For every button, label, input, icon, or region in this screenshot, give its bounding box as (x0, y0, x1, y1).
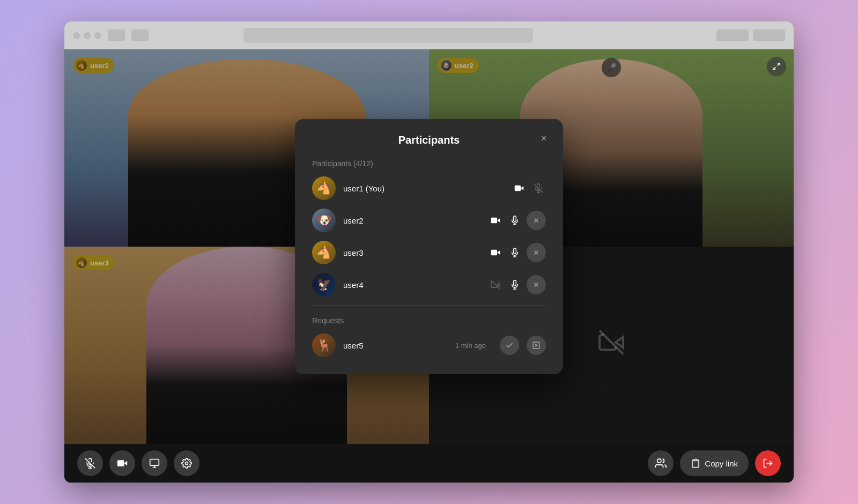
browser-addressbar[interactable] (243, 28, 533, 43)
browser-window: 🐴 user1 🐶 user2 🎤 (64, 21, 794, 483)
participants-modal: × Participants Participants (4/12) 🐴 use… (295, 119, 563, 374)
dot-yellow (84, 32, 91, 39)
request-item-user5: 🦌 user5 1 min ago (312, 333, 546, 357)
participant-item-user1: 🐴 user1 (You) (312, 176, 546, 200)
modal-overlay: × Participants Participants (4/12) 🐴 use… (64, 49, 794, 444)
participant-name-user2: user2 (343, 216, 480, 225)
browser-action-2[interactable] (753, 29, 785, 41)
mic-icon-user3 (507, 245, 522, 260)
screen-share-button[interactable] (142, 450, 167, 476)
bottom-controls-left (77, 450, 199, 476)
participant-controls-user2 (488, 211, 546, 230)
approve-button-user5[interactable] (500, 336, 519, 355)
svg-line-1 (777, 63, 780, 66)
svg-rect-29 (150, 459, 159, 466)
request-time-user5: 1 min ago (455, 342, 486, 350)
avatar-horse-user3: 🐴 (312, 241, 336, 264)
participant-item-user3: 🐴 user3 (312, 241, 546, 264)
participant-name-user4: user4 (343, 280, 480, 290)
svg-point-33 (657, 459, 661, 463)
video-area: 🐴 user1 🐶 user2 🎤 (64, 49, 794, 444)
dot-red (73, 32, 80, 39)
svg-rect-28 (117, 460, 124, 466)
kick-button-user2[interactable] (527, 211, 546, 230)
participant-avatar-user3: 🐴 (312, 241, 336, 264)
participants-button[interactable] (648, 450, 674, 476)
participant-controls-user1 (512, 181, 546, 196)
expand-button[interactable] (767, 57, 786, 76)
participant-avatar-user2: 🐶 (312, 209, 336, 232)
participant-item-user2: 🐶 user2 (312, 209, 546, 232)
section-divider (312, 305, 546, 306)
avatar-dog-user2: 🐶 (312, 209, 336, 232)
camera-button[interactable] (109, 450, 135, 476)
svg-point-32 (186, 462, 188, 465)
leave-button[interactable] (755, 450, 781, 476)
participant-avatar-user4: 🦅 (312, 273, 336, 297)
participants-section-label: Participants (4/12) (312, 159, 546, 168)
svg-rect-34 (694, 459, 697, 461)
browser-dots (73, 32, 101, 39)
participant-name-user3: user3 (343, 248, 480, 257)
svg-rect-7 (491, 218, 497, 224)
svg-rect-12 (491, 250, 497, 256)
requests-section-label: Requests (312, 316, 546, 325)
bottom-controls-right: Copy link (648, 450, 781, 476)
mute-button[interactable] (77, 450, 103, 476)
browser-nav-back[interactable] (108, 29, 125, 41)
browser-nav-forward[interactable] (131, 29, 149, 41)
svg-line-2 (773, 67, 776, 70)
modal-close-button[interactable]: × (535, 130, 552, 147)
browser-action-1[interactable] (716, 29, 749, 41)
video-icon-user1 (512, 181, 527, 196)
avatar-horse-user1: 🐴 (312, 176, 336, 200)
kick-button-user3[interactable] (527, 243, 546, 262)
participant-name-user5: user5 (343, 341, 448, 350)
dot-green (94, 32, 101, 39)
participant-item-user4: 🦅 user4 (312, 273, 546, 297)
participant-avatar-user1: 🐴 (312, 176, 336, 200)
participant-controls-user3 (488, 243, 546, 262)
kick-button-user4[interactable] (527, 275, 546, 294)
settings-button[interactable] (174, 450, 199, 476)
participant-controls-user4 (488, 275, 546, 294)
copy-link-label: Copy link (705, 459, 738, 468)
participant-avatar-user5: 🦌 (312, 333, 336, 357)
participant-name-user1: user1 (You) (343, 184, 504, 193)
svg-rect-3 (515, 186, 521, 191)
avatar-deer-user5: 🦌 (312, 333, 336, 357)
mic-icon-user1 (531, 181, 546, 196)
deny-button-user5[interactable] (527, 336, 546, 355)
video-icon-user4 (488, 277, 503, 292)
bottom-bar: Copy link (64, 444, 794, 483)
modal-title: Participants (312, 134, 546, 146)
video-icon-user2 (488, 213, 503, 228)
avatar-bird-user4: 🦅 (312, 273, 336, 297)
video-icon-user3 (488, 245, 503, 260)
browser-titlebar (64, 21, 794, 49)
mic-icon-user2 (507, 213, 522, 228)
browser-actions (716, 29, 785, 41)
copy-link-button[interactable]: Copy link (680, 450, 749, 476)
mic-icon-user4 (507, 277, 522, 292)
